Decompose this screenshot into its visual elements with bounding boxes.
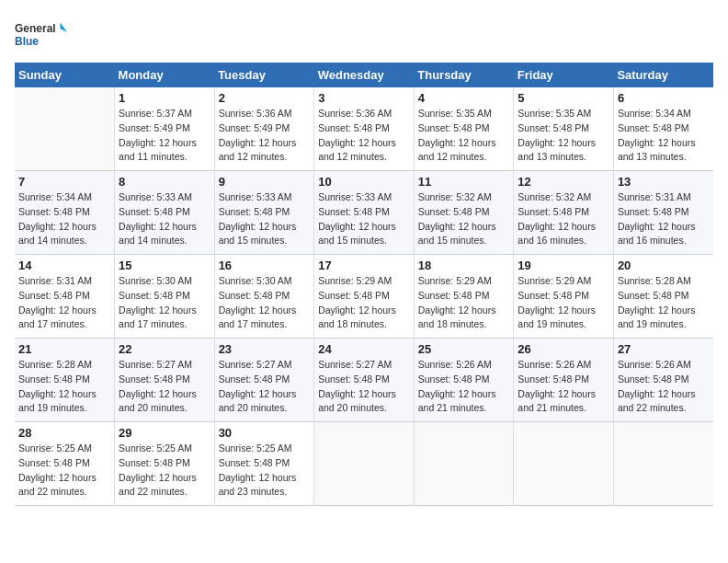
calendar-week-row: 7Sunrise: 5:34 AM Sunset: 5:48 PM Daylig…	[15, 171, 713, 255]
calendar-cell: 14Sunrise: 5:31 AM Sunset: 5:48 PM Dayli…	[15, 255, 115, 339]
calendar-cell: 21Sunrise: 5:28 AM Sunset: 5:48 PM Dayli…	[15, 339, 115, 422]
day-number: 20	[618, 259, 710, 272]
weekday-header-thursday: Thursday	[414, 63, 514, 87]
day-detail: Sunrise: 5:26 AM Sunset: 5:48 PM Dayligh…	[418, 358, 510, 416]
calendar-cell: 24Sunrise: 5:27 AM Sunset: 5:48 PM Dayli…	[314, 339, 415, 422]
calendar-cell: 15Sunrise: 5:30 AM Sunset: 5:48 PM Dayli…	[115, 255, 215, 339]
calendar-cell: 29Sunrise: 5:25 AM Sunset: 5:48 PM Dayli…	[115, 422, 215, 506]
day-detail: Sunrise: 5:29 AM Sunset: 5:48 PM Dayligh…	[418, 274, 510, 332]
day-detail: Sunrise: 5:34 AM Sunset: 5:48 PM Dayligh…	[618, 107, 710, 165]
day-detail: Sunrise: 5:29 AM Sunset: 5:48 PM Dayligh…	[318, 274, 410, 332]
day-detail: Sunrise: 5:27 AM Sunset: 5:48 PM Dayligh…	[219, 358, 311, 416]
calendar-cell: 20Sunrise: 5:28 AM Sunset: 5:48 PM Dayli…	[613, 255, 713, 339]
calendar-cell: 2Sunrise: 5:36 AM Sunset: 5:49 PM Daylig…	[214, 87, 314, 171]
calendar-cell: 10Sunrise: 5:33 AM Sunset: 5:48 PM Dayli…	[314, 171, 415, 255]
calendar-week-row: 1Sunrise: 5:37 AM Sunset: 5:49 PM Daylig…	[15, 87, 713, 171]
calendar-cell: 8Sunrise: 5:33 AM Sunset: 5:48 PM Daylig…	[115, 171, 215, 255]
calendar-cell: 22Sunrise: 5:27 AM Sunset: 5:48 PM Dayli…	[115, 339, 215, 422]
calendar-cell	[613, 422, 713, 506]
calendar-cell: 6Sunrise: 5:34 AM Sunset: 5:48 PM Daylig…	[613, 87, 713, 171]
day-number: 30	[219, 426, 311, 440]
svg-text:Blue: Blue	[15, 35, 39, 48]
calendar-cell: 3Sunrise: 5:36 AM Sunset: 5:48 PM Daylig…	[314, 87, 415, 171]
day-number: 2	[219, 91, 311, 105]
weekday-header-row: SundayMondayTuesdayWednesdayThursdayFrid…	[15, 63, 713, 87]
calendar-cell: 4Sunrise: 5:35 AM Sunset: 5:48 PM Daylig…	[414, 87, 514, 171]
day-number: 17	[318, 259, 410, 272]
calendar-week-row: 28Sunrise: 5:25 AM Sunset: 5:48 PM Dayli…	[15, 422, 713, 506]
day-number: 7	[18, 175, 110, 189]
day-number: 10	[318, 175, 410, 189]
day-number: 5	[518, 91, 609, 105]
day-number: 22	[119, 342, 210, 356]
weekday-header-sunday: Sunday	[15, 63, 115, 87]
calendar-cell: 27Sunrise: 5:26 AM Sunset: 5:48 PM Dayli…	[613, 339, 713, 422]
day-detail: Sunrise: 5:25 AM Sunset: 5:48 PM Dayligh…	[119, 442, 210, 500]
day-detail: Sunrise: 5:30 AM Sunset: 5:48 PM Dayligh…	[219, 274, 311, 332]
day-detail: Sunrise: 5:26 AM Sunset: 5:48 PM Dayligh…	[618, 358, 710, 416]
day-number: 18	[418, 259, 510, 272]
calendar-cell: 1Sunrise: 5:37 AM Sunset: 5:49 PM Daylig…	[115, 87, 215, 171]
day-detail: Sunrise: 5:33 AM Sunset: 5:48 PM Dayligh…	[318, 190, 410, 248]
day-detail: Sunrise: 5:28 AM Sunset: 5:48 PM Dayligh…	[618, 274, 710, 332]
day-number: 24	[318, 342, 410, 356]
calendar-cell: 28Sunrise: 5:25 AM Sunset: 5:48 PM Dayli…	[15, 422, 115, 506]
calendar-cell: 19Sunrise: 5:29 AM Sunset: 5:48 PM Dayli…	[514, 255, 614, 339]
day-number: 12	[518, 175, 609, 189]
day-number: 19	[518, 259, 609, 272]
day-number: 14	[18, 259, 110, 272]
day-detail: Sunrise: 5:34 AM Sunset: 5:48 PM Dayligh…	[18, 190, 110, 248]
calendar-cell: 5Sunrise: 5:35 AM Sunset: 5:48 PM Daylig…	[514, 87, 614, 171]
calendar-cell	[15, 87, 115, 171]
day-detail: Sunrise: 5:29 AM Sunset: 5:48 PM Dayligh…	[518, 274, 609, 332]
day-detail: Sunrise: 5:33 AM Sunset: 5:48 PM Dayligh…	[119, 190, 210, 248]
calendar-cell: 16Sunrise: 5:30 AM Sunset: 5:48 PM Dayli…	[214, 255, 314, 339]
day-number: 16	[219, 259, 311, 272]
day-detail: Sunrise: 5:32 AM Sunset: 5:48 PM Dayligh…	[518, 190, 609, 248]
day-detail: Sunrise: 5:27 AM Sunset: 5:48 PM Dayligh…	[318, 358, 410, 416]
svg-text:General: General	[15, 22, 56, 35]
calendar-table: SundayMondayTuesdayWednesdayThursdayFrid…	[15, 63, 713, 506]
day-detail: Sunrise: 5:33 AM Sunset: 5:48 PM Dayligh…	[219, 190, 311, 248]
day-detail: Sunrise: 5:37 AM Sunset: 5:49 PM Dayligh…	[119, 107, 210, 165]
day-number: 8	[119, 175, 210, 189]
weekday-header-wednesday: Wednesday	[314, 63, 415, 87]
weekday-header-saturday: Saturday	[613, 63, 713, 87]
weekday-header-friday: Friday	[514, 63, 614, 87]
calendar-cell: 18Sunrise: 5:29 AM Sunset: 5:48 PM Dayli…	[414, 255, 514, 339]
day-detail: Sunrise: 5:31 AM Sunset: 5:48 PM Dayligh…	[618, 190, 710, 248]
day-number: 29	[119, 426, 210, 440]
calendar-cell	[314, 422, 415, 506]
day-detail: Sunrise: 5:35 AM Sunset: 5:48 PM Dayligh…	[418, 107, 510, 165]
calendar-cell: 25Sunrise: 5:26 AM Sunset: 5:48 PM Dayli…	[414, 339, 514, 422]
day-number: 13	[618, 175, 710, 189]
calendar-week-row: 14Sunrise: 5:31 AM Sunset: 5:48 PM Dayli…	[15, 255, 713, 339]
calendar-cell	[514, 422, 614, 506]
day-number: 23	[219, 342, 311, 356]
page-header: General Blue	[15, 15, 713, 55]
day-number: 25	[418, 342, 510, 356]
day-number: 27	[618, 342, 710, 356]
day-number: 1	[119, 91, 210, 105]
day-number: 11	[418, 175, 510, 189]
day-detail: Sunrise: 5:25 AM Sunset: 5:48 PM Dayligh…	[18, 442, 110, 500]
calendar-cell: 17Sunrise: 5:29 AM Sunset: 5:48 PM Dayli…	[314, 255, 415, 339]
day-detail: Sunrise: 5:25 AM Sunset: 5:48 PM Dayligh…	[219, 442, 311, 500]
calendar-cell: 23Sunrise: 5:27 AM Sunset: 5:48 PM Dayli…	[214, 339, 314, 422]
calendar-week-row: 21Sunrise: 5:28 AM Sunset: 5:48 PM Dayli…	[15, 339, 713, 422]
day-number: 3	[318, 91, 410, 105]
calendar-cell: 13Sunrise: 5:31 AM Sunset: 5:48 PM Dayli…	[613, 171, 713, 255]
day-detail: Sunrise: 5:35 AM Sunset: 5:48 PM Dayligh…	[518, 107, 609, 165]
day-number: 9	[219, 175, 311, 189]
calendar-cell: 26Sunrise: 5:26 AM Sunset: 5:48 PM Dayli…	[514, 339, 614, 422]
logo: General Blue	[15, 15, 70, 55]
calendar-cell: 11Sunrise: 5:32 AM Sunset: 5:48 PM Dayli…	[414, 171, 514, 255]
weekday-header-monday: Monday	[115, 63, 215, 87]
day-number: 28	[18, 426, 110, 440]
day-number: 15	[119, 259, 210, 272]
day-number: 4	[418, 91, 510, 105]
day-detail: Sunrise: 5:32 AM Sunset: 5:48 PM Dayligh…	[418, 190, 510, 248]
calendar-cell: 12Sunrise: 5:32 AM Sunset: 5:48 PM Dayli…	[514, 171, 614, 255]
svg-marker-2	[61, 23, 68, 33]
day-number: 26	[518, 342, 609, 356]
